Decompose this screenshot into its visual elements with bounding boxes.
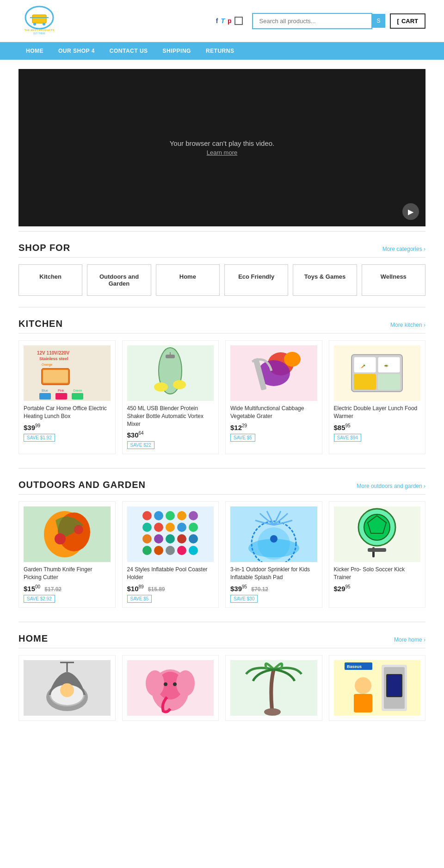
outdoors-product-name-0: Garden Thumb Knife Finger Picking Cutter: [24, 566, 111, 581]
outdoors-product-3[interactable]: Kicker Pro- Solo Soccer Kick Trainer $29…: [329, 501, 426, 608]
outdoors-product-name-1: 24 Styles Inflatable Pool Coaster Holder: [127, 566, 214, 581]
search-input[interactable]: [252, 13, 372, 29]
svg-text:Stainless steel: Stainless steel: [39, 356, 68, 361]
home-product-1[interactable]: [122, 655, 219, 721]
svg-point-21: [154, 382, 168, 392]
kitchen-product-3[interactable]: 🥕 🥗 Electric Double Layer Lunch Food War…: [329, 340, 426, 454]
outdoors-product-1[interactable]: 24 Styles Inflatable Pool Coaster Holder…: [122, 501, 219, 608]
kitchen-product-grid: 12V 110V/220V Stainless steel Orange Blu…: [18, 340, 426, 454]
home-product-img-2: [230, 660, 317, 716]
kitchen-product-price-2: $1229: [230, 423, 317, 431]
kitchen-product-0[interactable]: 12V 110V/220V Stainless steel Orange Blu…: [18, 340, 116, 454]
svg-text:OUT THERE: OUT THERE: [33, 32, 45, 35]
svg-rect-16: [56, 393, 67, 400]
kitchen-product-save-3: SAVE $94: [334, 434, 361, 442]
outdoors-product-old-price-0: $17.92: [44, 586, 62, 593]
kitchen-product-save-1: SAVE $22: [127, 441, 154, 449]
kitchen-product-price-0: $3999: [24, 423, 111, 431]
home-product-3[interactable]: Baseus: [329, 655, 426, 721]
nav-home[interactable]: HOME: [18, 42, 51, 60]
outdoors-product-name-3: Kicker Pro- Solo Soccer Kick Trainer: [334, 566, 421, 581]
svg-point-70: [60, 683, 74, 697]
kitchen-product-2[interactable]: Wide Multifunctional Cabbage Vegetable G…: [225, 340, 322, 454]
svg-point-38: [142, 511, 152, 520]
svg-point-79: [264, 708, 281, 716]
outdoors-product-2[interactable]: 3-in-1 Outdoor Sprinkler for Kids Inflat…: [225, 501, 322, 608]
kitchen-product-name-2: Wide Multifunctional Cabbage Vegetable G…: [230, 405, 317, 420]
svg-point-54: [154, 546, 163, 555]
category-grid: Kitchen Outdoors and Garden Home Eco Fri…: [18, 264, 426, 296]
outdoors-product-price-1: $1089 $15.89: [127, 584, 214, 593]
outdoors-product-price-3: $2995: [334, 584, 421, 593]
svg-rect-30: [354, 374, 376, 390]
category-outdoors[interactable]: Outdoors and Garden: [87, 264, 151, 296]
category-wellness[interactable]: Wellness: [362, 264, 426, 296]
svg-text:🥕: 🥕: [361, 364, 365, 368]
video-error-message: Your browser can't play this video.: [170, 139, 275, 147]
outdoors-product-grid: Garden Thumb Knife Finger Picking Cutter…: [18, 501, 426, 608]
outdoors-product-save-0: SAVE $2.92: [24, 595, 55, 603]
nav-shipping[interactable]: SHIPPING: [155, 42, 198, 60]
outdoors-product-name-2: 3-in-1 Outdoor Sprinkler for Kids Inflat…: [230, 566, 317, 581]
svg-text:Blue: Blue: [42, 389, 48, 392]
kitchen-section-header: KITCHEN More kitchen ›: [18, 318, 426, 334]
svg-text:Green: Green: [73, 389, 82, 392]
more-categories-link[interactable]: More categories ›: [382, 246, 426, 252]
svg-rect-11: [43, 370, 68, 383]
pinterest-icon[interactable]: p: [228, 17, 232, 25]
more-kitchen-link[interactable]: More kitchen ›: [390, 322, 426, 328]
divider-3: [18, 468, 426, 468]
category-kitchen[interactable]: Kitchen: [18, 264, 82, 296]
twitter-icon[interactable]: T: [221, 17, 225, 25]
svg-point-49: [154, 534, 163, 543]
svg-point-22: [173, 380, 186, 389]
kitchen-title: KITCHEN: [18, 318, 63, 329]
cart-button[interactable]: [ CART: [390, 13, 426, 29]
svg-point-57: [189, 546, 198, 555]
svg-point-3: [43, 23, 45, 25]
svg-rect-29: [378, 357, 400, 373]
video-learn-more-link[interactable]: Learn more: [207, 149, 237, 156]
more-outdoors-link[interactable]: More outdoors and garden ›: [357, 483, 426, 489]
outdoors-section-header: OUTDOORS AND GARDEN More outdoors and ga…: [18, 480, 426, 495]
kitchen-product-name-1: 450 ML USB Blender Protein Shaker Bottle…: [127, 405, 214, 428]
facebook-icon[interactable]: f: [216, 17, 218, 25]
outdoors-product-img-1: [127, 506, 214, 562]
nav-contact[interactable]: CONTACT US: [102, 42, 155, 60]
svg-point-39: [154, 511, 163, 520]
category-eco[interactable]: Eco Friendly: [224, 264, 288, 296]
divider-1: [18, 231, 426, 231]
svg-rect-66: [368, 548, 386, 552]
logo-area: THE BEST PRODUCTS OUT THERE: [18, 5, 60, 37]
svg-point-82: [355, 677, 371, 694]
nav-ourshop[interactable]: OUR SHOP 4: [51, 42, 102, 60]
play-button-icon[interactable]: ▶: [402, 203, 419, 220]
site-header: THE BEST PRODUCTS OUT THERE f T p S [ CA…: [0, 0, 444, 42]
more-home-link[interactable]: More home ›: [394, 637, 426, 643]
svg-point-53: [142, 546, 152, 555]
outdoors-product-save-2: SAVE $30: [230, 595, 258, 603]
outdoors-product-price-0: $1500 $17.92: [24, 584, 111, 593]
kitchen-product-1[interactable]: 450 ML USB Blender Protein Shaker Bottle…: [122, 340, 219, 454]
home-section-title: HOME: [18, 633, 48, 644]
svg-point-77: [164, 682, 167, 686]
svg-point-45: [166, 523, 175, 532]
svg-point-46: [177, 523, 186, 532]
svg-point-2: [33, 23, 36, 25]
svg-point-78: [173, 682, 177, 686]
video-player[interactable]: Your browser can't play this video. Lear…: [18, 69, 426, 226]
home-product-2[interactable]: [225, 655, 322, 721]
home-product-0[interactable]: [18, 655, 116, 721]
category-home[interactable]: Home: [156, 264, 220, 296]
kitchen-product-name-0: Portable Car Home Office Electric Heatin…: [24, 405, 111, 420]
nav-returns[interactable]: RETURNS: [198, 42, 242, 60]
svg-text:THE BEST PRODUCTS: THE BEST PRODUCTS: [24, 29, 54, 31]
outdoors-product-img-2: [230, 506, 317, 562]
cart-bracket-icon: [: [397, 18, 399, 25]
kitchen-product-img-0: 12V 110V/220V Stainless steel Orange Blu…: [24, 345, 111, 401]
outdoors-product-0[interactable]: Garden Thumb Knife Finger Picking Cutter…: [18, 501, 116, 608]
svg-point-40: [166, 511, 175, 520]
search-button[interactable]: S: [372, 14, 385, 28]
category-toys[interactable]: Toys & Games: [293, 264, 357, 296]
outdoors-product-price-2: $3995 $70.12: [230, 584, 317, 593]
